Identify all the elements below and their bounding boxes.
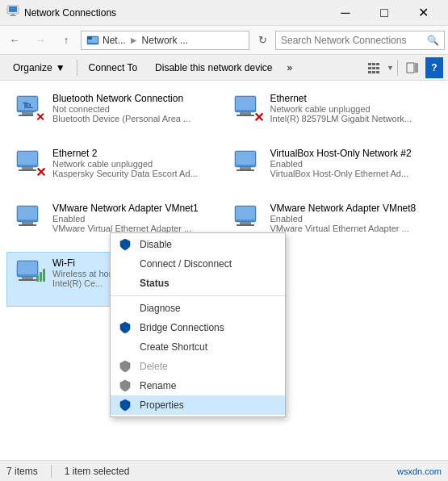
item-text: Ethernet 2 Network cable unplugged Kaspe…	[52, 148, 217, 178]
item-name: Ethernet	[270, 93, 435, 104]
item-device: Kaspersky Security Data Escort Ad...	[52, 169, 217, 178]
context-menu-item[interactable]: Status	[111, 274, 285, 293]
svg-rect-48	[18, 261, 37, 274]
forward-button[interactable]: →	[29, 29, 52, 52]
context-menu-item-label: Create Shortcut	[140, 341, 207, 353]
svg-text:℡: ℡	[22, 99, 33, 111]
toolbar-separator-2	[397, 60, 398, 76]
breadcrumb[interactable]: Net... ► Network ...	[81, 31, 249, 50]
search-input[interactable]	[281, 35, 427, 46]
network-item[interactable]: ✕ ℡ Bluetooth Network Connection Not con…	[6, 87, 224, 142]
svg-text:✕: ✕	[36, 111, 45, 123]
context-menu-item[interactable]: Diagnose	[111, 299, 285, 318]
toolbar-separator-1	[77, 60, 77, 76]
breadcrumb-separator: ►	[129, 35, 139, 46]
toolbar: Organize ▼ Connect To Disable this netwo…	[0, 55, 448, 81]
item-status: Not connected	[52, 104, 217, 114]
item-name: VirtualBox Host-Only Network #2	[270, 148, 435, 159]
context-menu-item-label: Rename	[140, 380, 176, 391]
breadcrumb-icon	[86, 34, 99, 47]
svg-rect-11	[372, 67, 375, 69]
preview-pane-button[interactable]	[401, 57, 424, 78]
svg-rect-20	[22, 112, 33, 115]
svg-rect-32	[22, 167, 33, 169]
svg-rect-31	[18, 152, 37, 165]
network-item[interactable]: ✕ Ethernet Network cable unplugged Intel…	[224, 87, 442, 142]
svg-text:✕: ✕	[253, 111, 264, 124]
item-icon-wrapper: ✕ ℡	[14, 93, 46, 125]
item-name: Ethernet 2	[52, 148, 217, 159]
search-box: 🔍	[275, 31, 445, 50]
context-menu-item[interactable]: Properties	[111, 395, 285, 415]
breadcrumb-item-1[interactable]: Net...	[103, 35, 126, 46]
address-bar: ← → ↑ Net... ► Network ... ↻ 🔍	[0, 26, 448, 55]
status-bar: 7 items 1 item selected wsxdn.com	[0, 460, 448, 481]
help-button[interactable]: ?	[425, 57, 443, 78]
item-icon-wrapper	[14, 203, 46, 235]
svg-rect-15	[376, 71, 379, 73]
disable-network-button[interactable]: Disable this network device	[147, 57, 280, 78]
item-text: VMware Network Adapter VMnet1 Enabled VM…	[52, 203, 217, 233]
up-button[interactable]: ↑	[55, 29, 77, 52]
preview-pane-icon	[406, 61, 419, 74]
context-menu-item[interactable]: Create Shortcut	[111, 337, 285, 357]
svg-rect-1	[9, 6, 17, 12]
selection-info: 1 item selected	[65, 466, 130, 477]
shield-icon	[117, 378, 133, 394]
logo-text: wsxdn.com	[397, 466, 442, 476]
context-menu-item[interactable]: Bridge Connections	[111, 318, 285, 337]
context-menu-item[interactable]: Rename	[111, 376, 285, 395]
more-options-button[interactable]: »	[283, 57, 298, 78]
refresh-button[interactable]: ↻	[253, 31, 272, 50]
shield-icon	[117, 397, 133, 413]
item-status: Network cable unplugged	[270, 104, 435, 114]
view-controls: ▼ ?	[362, 57, 443, 78]
context-menu-item[interactable]: Disable	[111, 235, 285, 254]
context-menu-item-label: Disable	[140, 239, 172, 250]
svg-rect-53	[43, 269, 45, 282]
svg-rect-50	[19, 279, 36, 281]
connect-to-button[interactable]: Connect To	[81, 57, 146, 78]
svg-rect-12	[376, 67, 379, 69]
minimize-button[interactable]: ─	[327, 2, 364, 24]
item-icon-wrapper: ✕	[232, 93, 264, 125]
maximize-button[interactable]: □	[366, 2, 403, 24]
item-icon-wrapper	[232, 203, 264, 235]
shield-icon	[117, 320, 133, 336]
back-button[interactable]: ←	[3, 29, 26, 52]
svg-rect-27	[240, 112, 251, 115]
title-bar-title: Network Connections	[24, 7, 327, 19]
svg-rect-13	[368, 71, 371, 73]
close-button[interactable]: ✕	[404, 2, 442, 24]
svg-rect-42	[19, 224, 36, 226]
svg-rect-3	[10, 15, 16, 16]
svg-rect-8	[372, 63, 375, 65]
svg-rect-2	[11, 14, 15, 15]
view-options-button[interactable]	[362, 57, 385, 78]
breadcrumb-item-2[interactable]: Network ...	[142, 35, 188, 46]
network-item[interactable]: ✕ Ethernet 2 Network cable unplugged Kas…	[6, 142, 224, 197]
item-status: Enabled	[52, 214, 217, 224]
context-menu-item-label: Properties	[140, 399, 184, 411]
title-bar-icon	[6, 5, 19, 20]
svg-rect-10	[368, 67, 371, 69]
context-menu: DisableConnect / DisconnectStatusDiagnos…	[110, 232, 286, 417]
organize-button[interactable]: Organize ▼	[5, 57, 73, 78]
network-item[interactable]: VirtualBox Host-Only Network #2 Enabled …	[224, 142, 442, 197]
svg-rect-44	[236, 207, 255, 220]
title-bar-controls: ─ □ ✕	[327, 2, 442, 24]
svg-rect-51	[36, 275, 39, 282]
disable-label: Disable this network device	[155, 62, 272, 73]
item-text: VirtualBox Host-Only Network #2 Enabled …	[270, 148, 435, 178]
context-menu-item[interactable]: Connect / Disconnect	[111, 254, 285, 274]
svg-rect-6	[87, 36, 92, 40]
svg-rect-41	[22, 222, 33, 224]
context-menu-item-label: Delete	[140, 361, 168, 372]
context-menu-item-label: Bridge Connections	[140, 322, 224, 333]
item-device: VirtualBox Host-Only Ethernet Ad...	[270, 169, 435, 178]
context-menu-item-label: Connect / Disconnect	[140, 258, 232, 270]
item-device: Intel(R) 82579LM Gigabit Network...	[270, 114, 435, 123]
svg-rect-17	[415, 63, 418, 73]
svg-rect-16	[407, 63, 414, 73]
context-menu-item: Delete	[111, 357, 285, 376]
